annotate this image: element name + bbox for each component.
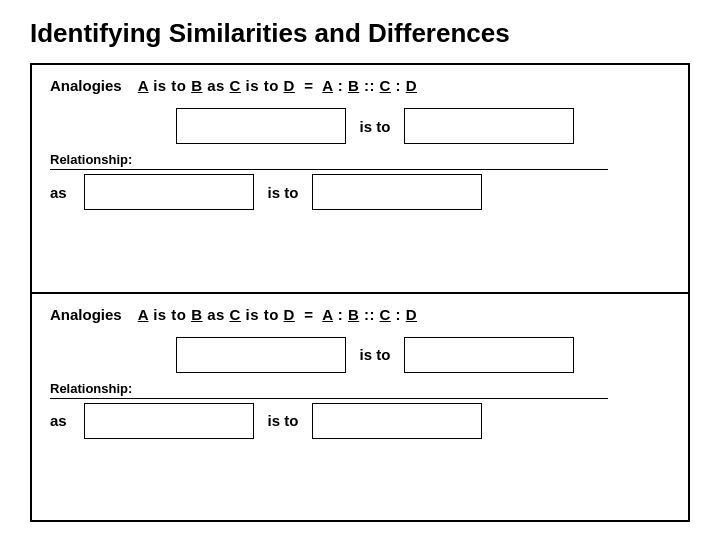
input-b-2[interactable] bbox=[404, 337, 574, 373]
input-d-1[interactable] bbox=[312, 174, 482, 210]
as-row-2: as is to bbox=[50, 403, 670, 439]
main-content: Analogies A is to B as C is to D = A : B… bbox=[30, 63, 690, 522]
section-2: Analogies A is to B as C is to D = A : B… bbox=[32, 294, 688, 521]
formula-1: A is to B as C is to D = A : B :: C : D bbox=[138, 77, 417, 94]
section-1: Analogies A is to B as C is to D = A : B… bbox=[32, 65, 688, 294]
input-a-1[interactable] bbox=[176, 108, 346, 144]
first-input-row-2: is to bbox=[80, 337, 670, 373]
input-c-1[interactable] bbox=[84, 174, 254, 210]
is-to-label-2a: is to bbox=[356, 346, 394, 363]
first-input-row-1: is to bbox=[80, 108, 670, 144]
analogies-label-1: Analogies bbox=[50, 77, 122, 94]
input-d-2[interactable] bbox=[312, 403, 482, 439]
is-to-label-2b: is to bbox=[264, 412, 302, 429]
is-to-label-1a: is to bbox=[356, 118, 394, 135]
page-title: Identifying Similarities and Differences bbox=[30, 18, 690, 49]
analogies-header-1: Analogies A is to B as C is to D = A : B… bbox=[50, 77, 670, 94]
input-b-1[interactable] bbox=[404, 108, 574, 144]
relationship-line-2: Relationship: bbox=[50, 381, 608, 399]
relationship-line-1: Relationship: bbox=[50, 152, 608, 170]
is-to-label-1b: is to bbox=[264, 184, 302, 201]
analogies-label-2: Analogies bbox=[50, 306, 122, 323]
input-c-2[interactable] bbox=[84, 403, 254, 439]
input-a-2[interactable] bbox=[176, 337, 346, 373]
analogies-header-2: Analogies A is to B as C is to D = A : B… bbox=[50, 306, 670, 323]
as-label-1: as bbox=[50, 184, 74, 201]
formula-2: A is to B as C is to D = A : B :: C : D bbox=[138, 306, 417, 323]
as-row-1: as is to bbox=[50, 174, 670, 210]
page: Identifying Similarities and Differences… bbox=[0, 0, 720, 540]
as-label-2: as bbox=[50, 412, 74, 429]
